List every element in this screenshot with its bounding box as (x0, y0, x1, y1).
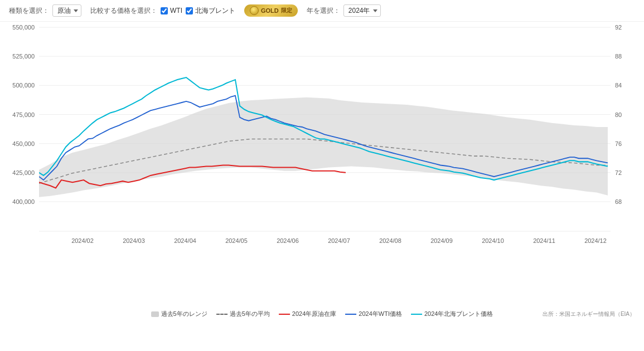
svg-text:72: 72 (615, 169, 622, 176)
chart-svg: 550,000 525,000 500,000 475,000 450,000 … (39, 27, 611, 278)
svg-text:475,000: 475,000 (12, 111, 35, 118)
legend-stock-swatch (279, 314, 290, 315)
svg-text:400,000: 400,000 (12, 198, 35, 205)
gold-text: GOLD (261, 7, 279, 14)
type-label: 種類を選択： (9, 6, 49, 16)
legend-range-label: 過去5年のレンジ (161, 310, 207, 318)
gold-coin-icon (250, 6, 259, 15)
brent-checkbox[interactable] (186, 7, 193, 14)
svg-text:500,000: 500,000 (12, 82, 35, 89)
limited-text: 限定 (281, 7, 292, 14)
toolbar: 種類を選択： 原油 比較する価格を選択： WTI 北海ブレント GOLD 限定 … (0, 0, 644, 22)
source-text: 出所：米国エネルギー情報局（EIA） (543, 311, 635, 317)
chart-area: 550,000 525,000 500,000 475,000 450,000 … (39, 27, 611, 278)
legend-wti: 2024年WTI価格 (345, 310, 402, 318)
year-select[interactable]: 2024年 (343, 4, 381, 17)
legend-avg-swatch (216, 314, 227, 315)
svg-text:2024/10: 2024/10 (482, 237, 504, 243)
legend-stock: 2024年原油在庫 (279, 310, 336, 318)
svg-text:2024/03: 2024/03 (123, 237, 145, 243)
legend-wti-swatch (345, 314, 356, 315)
svg-text:550,000: 550,000 (12, 24, 35, 31)
svg-text:525,000: 525,000 (12, 53, 35, 60)
price-label: 比較する価格を選択： (90, 6, 157, 16)
legend-stock-label: 2024年原油在庫 (292, 310, 336, 318)
source-note: 出所：米国エネルギー情報局（EIA） (543, 310, 635, 318)
year-label: 年を選択： (307, 6, 340, 16)
svg-text:2024/09: 2024/09 (430, 237, 453, 243)
legend-brent-swatch (411, 314, 422, 315)
year-selector-group: 年を選択： 2024年 (307, 4, 381, 17)
svg-text:88: 88 (615, 53, 622, 60)
legend-avg: 過去5年の平均 (216, 310, 270, 318)
svg-text:2024/07: 2024/07 (328, 237, 350, 243)
svg-text:425,000: 425,000 (12, 169, 35, 176)
legend-brent: 2024年北海ブレント価格 (411, 310, 493, 318)
legend-wti-label: 2024年WTI価格 (359, 310, 402, 318)
svg-marker-34 (39, 98, 608, 197)
svg-text:2024/11: 2024/11 (533, 237, 555, 243)
brent-checkbox-group[interactable]: 北海ブレント (186, 6, 235, 16)
legend-brent-label: 2024年北海ブレント価格 (424, 310, 493, 318)
svg-text:2024/04: 2024/04 (174, 237, 196, 243)
svg-text:2024/05: 2024/05 (225, 237, 248, 243)
wti-checkbox-group[interactable]: WTI (161, 7, 182, 14)
svg-text:2024/12: 2024/12 (584, 237, 607, 243)
brent-label: 北海ブレント (195, 6, 235, 16)
svg-text:2024/02: 2024/02 (71, 237, 94, 243)
svg-text:68: 68 (615, 198, 622, 205)
legend-avg-label: 過去5年の平均 (230, 310, 270, 318)
legend-range: 過去5年のレンジ (151, 310, 207, 318)
wti-label: WTI (170, 7, 182, 14)
svg-text:80: 80 (615, 111, 622, 118)
svg-text:84: 84 (615, 82, 622, 89)
chart-legend: 過去5年のレンジ 過去5年の平均 2024年原油在庫 2024年WTI価格 20… (151, 310, 493, 318)
gold-badge[interactable]: GOLD 限定 (244, 4, 298, 17)
svg-text:450,000: 450,000 (12, 140, 35, 147)
svg-text:76: 76 (615, 140, 622, 147)
type-selector-group: 種類を選択： 原油 (9, 4, 81, 17)
price-selector-group: 比較する価格を選択： WTI 北海ブレント (90, 6, 235, 16)
chart-container: 550,000 525,000 500,000 475,000 450,000 … (0, 22, 644, 323)
svg-text:2024/06: 2024/06 (277, 237, 299, 243)
type-select[interactable]: 原油 (52, 4, 81, 17)
wti-checkbox[interactable] (161, 7, 168, 14)
svg-text:92: 92 (615, 24, 622, 31)
legend-range-swatch (151, 311, 159, 317)
svg-text:2024/08: 2024/08 (379, 237, 401, 243)
